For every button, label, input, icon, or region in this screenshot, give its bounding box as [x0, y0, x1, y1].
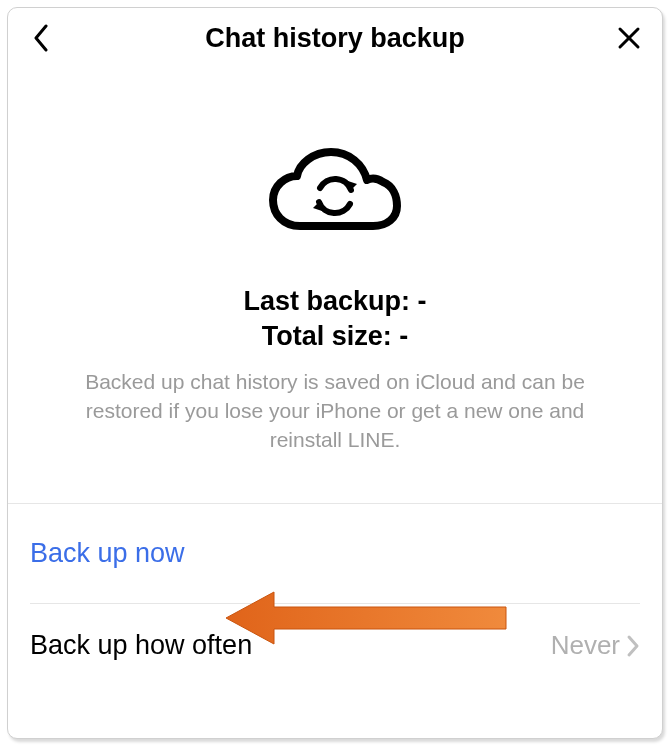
backup-frequency-label: Back up how often [30, 630, 252, 661]
last-backup-label: Last backup: [243, 286, 410, 316]
chevron-right-icon [626, 634, 640, 658]
chevron-left-icon [33, 24, 49, 52]
backup-now-button[interactable]: Back up now [8, 504, 662, 603]
content-area: Last backup: - Total size: - Backed up c… [8, 64, 662, 687]
backup-now-label: Back up now [30, 538, 185, 569]
backup-frequency-value: Never [551, 630, 620, 661]
close-button[interactable] [614, 23, 644, 53]
backup-description: Backed up chat history is saved on iClou… [38, 368, 632, 455]
close-icon [617, 26, 641, 50]
backup-frequency-value-wrap: Never [551, 630, 640, 661]
page-title: Chat history backup [56, 23, 614, 54]
back-button[interactable] [26, 23, 56, 53]
total-size-label: Total size: [262, 321, 392, 351]
last-backup-value: - [418, 286, 427, 316]
last-backup-row: Last backup: - [38, 284, 632, 319]
total-size-value: - [399, 321, 408, 351]
total-size-row: Total size: - [38, 319, 632, 354]
cloud-sync-icon [8, 144, 662, 244]
backup-info: Last backup: - Total size: - Backed up c… [8, 284, 662, 455]
backup-frequency-row[interactable]: Back up how often Never [8, 604, 662, 687]
header: Chat history backup [8, 8, 662, 64]
